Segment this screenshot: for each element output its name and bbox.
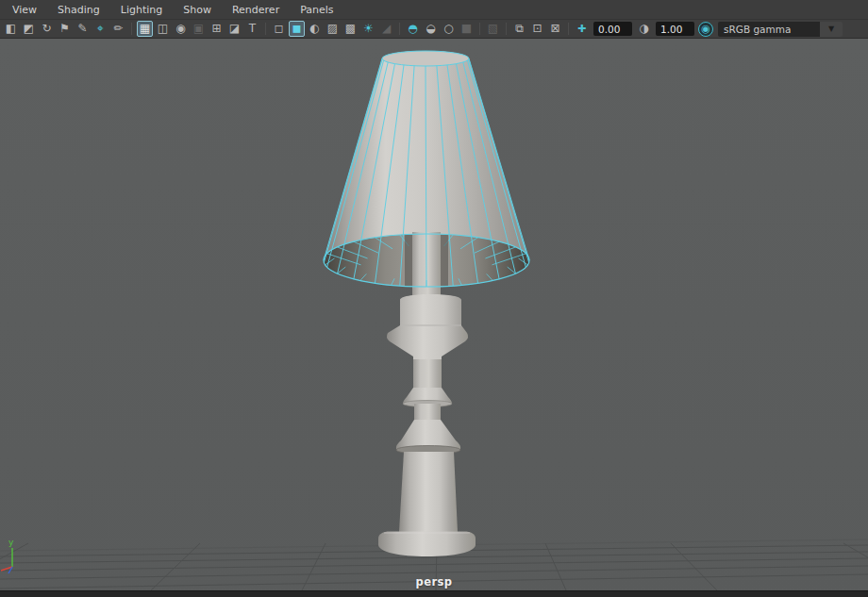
lights-icon[interactable]: ☀ [360,21,376,37]
menu-panels[interactable]: Panels [290,1,343,19]
select-camera-icon[interactable]: ◧ [3,21,19,37]
exposure-field[interactable] [593,22,632,36]
toolbar-separator [131,23,132,35]
panel-toolbar: ◧ ◩ ↻ ⚑ ✎ ⌖ ✏ ▦ ◫ ◉ ▣ ⊞ ◪ T ◻ ◼ ◐ ▨ ▩ ☀ … [0,20,868,39]
toolbar-separator [399,23,400,35]
resolution-gate-icon[interactable]: ◉ [173,21,189,37]
toolbar-separator [479,23,480,35]
image-plane-icon[interactable]: ✎ [75,21,91,37]
field-chart-icon[interactable]: ⊞ [209,21,225,37]
lamp-column[interactable] [399,452,458,532]
motion-blur-icon[interactable]: ◒ [423,21,439,37]
film-gate-icon[interactable]: ◫ [155,21,171,37]
toolbar-separator [568,23,569,35]
toolbar-separator [506,23,507,35]
smooth-shade-icon[interactable]: ◼ [289,21,305,37]
snapshot-icon[interactable]: ⧉ [511,21,527,37]
viewport[interactable]: y [0,40,868,597]
chevron-down-icon[interactable]: ▼ [820,22,843,37]
exposure-icon[interactable]: ✚ [574,21,590,37]
axis-y-label: y [8,538,14,547]
panel-menubar: View Shading Lighting Show Renderer Pane… [0,0,868,20]
color-management-icon[interactable]: ◉ [698,22,713,37]
use-default-material-icon[interactable]: ▩ [342,21,359,37]
menu-shading[interactable]: Shading [47,1,110,19]
bookmark-frame-icon[interactable]: ⊡ [529,21,545,37]
grease-pencil-icon[interactable]: ✏ [110,21,126,37]
textured-icon[interactable]: ▨ [325,21,341,37]
lock-camera-icon[interactable]: ◩ [21,21,37,37]
safe-action-icon[interactable]: ◪ [226,21,242,37]
view-transform-dropdown[interactable]: sRGB gamma ▼ [718,22,843,37]
image-export-icon[interactable]: ⊠ [547,21,563,37]
lamp-body-bulb[interactable] [387,294,468,360]
occlusion-icon[interactable]: ◓ [405,21,421,37]
viewport-bottom-edge [0,590,868,597]
lamp-model[interactable] [324,51,529,556]
depth-of-field-icon[interactable]: ■ [459,21,475,37]
wireframe-icon[interactable]: ◻ [271,21,287,37]
view-axis-gizmo: y [1,538,14,573]
view-transform-value: sRGB gamma [718,22,820,37]
gamma-field[interactable] [656,22,694,36]
isolate-select-icon[interactable]: ▧ [485,21,501,37]
lamp-skirt[interactable] [396,420,460,449]
shadows-icon[interactable]: ◢ [378,21,394,37]
scene-svg: y [0,40,868,597]
menu-lighting[interactable]: Lighting [110,1,173,19]
menu-renderer[interactable]: Renderer [222,1,290,19]
camera-bookmark-icon[interactable]: ⚑ [57,21,73,37]
contrast-icon[interactable]: ◑ [636,21,652,37]
xray-icon[interactable]: ◐ [307,21,323,37]
antialiasing-icon[interactable]: ○ [441,21,457,37]
gate-mask-icon[interactable]: ▣ [191,21,207,37]
grid-icon[interactable]: ▦ [137,21,153,37]
orbit-camera-icon[interactable]: ↻ [39,21,55,37]
pan-zoom-icon[interactable]: ⌖ [92,21,108,37]
menu-show[interactable]: Show [173,1,222,19]
lamp-shade-top-rim[interactable] [382,51,469,66]
lamp-base[interactable] [378,532,476,557]
maya-viewport-panel: View Shading Lighting Show Renderer Pane… [0,0,868,597]
lamp-stem[interactable] [413,359,442,389]
menu-view[interactable]: View [2,1,47,19]
safe-title-icon[interactable]: T [244,21,260,37]
toolbar-separator [265,23,266,35]
